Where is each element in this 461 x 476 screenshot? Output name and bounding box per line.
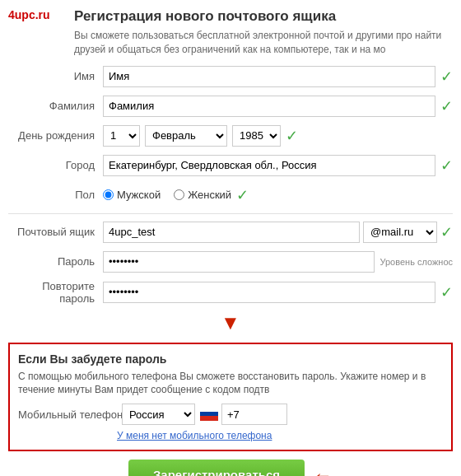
gender-female-radio[interactable] (174, 189, 184, 200)
city-label: Город (8, 159, 103, 171)
email-check-icon: ✓ (440, 223, 453, 241)
page-subtitle: Вы сможете пользоваться бесплатной элект… (74, 29, 453, 57)
password-input[interactable] (103, 251, 375, 273)
gender-row: Пол Мужской Женский ✓ (8, 184, 453, 207)
password-row: Пароль Уровень сложнос (8, 250, 453, 273)
name-row: Имя ✓ (8, 65, 453, 88)
name-input[interactable] (103, 66, 435, 87)
surname-row: Фамилия ✓ (8, 95, 453, 118)
password-control-area: Уровень сложнос (103, 251, 453, 273)
recovery-section: Если Вы забудете пароль С помощью мобиль… (8, 343, 453, 452)
surname-label: Фамилия (8, 100, 103, 112)
gender-female-label[interactable]: Женский (174, 189, 231, 201)
phone-row: Мобильный телефон Россия США Германия (18, 404, 443, 425)
password-label: Пароль (8, 255, 103, 268)
submit-button[interactable]: Зарегистрироваться (128, 460, 305, 476)
confirm-check-icon: ✓ (440, 283, 453, 301)
city-control-area: ✓ (103, 155, 453, 176)
city-input[interactable] (103, 155, 435, 176)
confirm-control-area: ✓ (103, 282, 453, 303)
svg-rect-2 (200, 416, 218, 421)
arrow-right-icon: ← (313, 464, 333, 476)
phone-prefix-input[interactable] (221, 404, 287, 425)
email-input[interactable] (103, 222, 360, 243)
dob-row: День рождения 12345 678910 1112131415 16… (8, 124, 453, 147)
dob-month-select[interactable]: ЯнварьФевральМартАпрель МайИюньИюльАвгус… (145, 125, 227, 147)
name-control-area: ✓ (103, 66, 453, 87)
gender-male-text: Мужской (117, 189, 161, 201)
name-label: Имя (8, 70, 103, 82)
no-phone-link[interactable]: У меня нет мобильного телефона (117, 430, 443, 441)
arrow-down: ▼ (0, 311, 461, 334)
dob-day-select[interactable]: 12345 678910 1112131415 1617181920 21222… (103, 125, 140, 147)
gender-label: Пол (8, 189, 103, 201)
gender-female-text: Женский (188, 189, 231, 201)
gender-radio-group: Мужской Женский (103, 189, 231, 201)
gender-male-label[interactable]: Мужской (103, 189, 161, 201)
phone-label: Мобильный телефон (18, 408, 117, 421)
confirm-input[interactable] (103, 282, 435, 303)
email-label: Почтовый ящик (8, 226, 103, 238)
phone-country-select[interactable]: Россия США Германия (122, 404, 195, 425)
gender-male-radio[interactable] (103, 189, 114, 200)
surname-control-area: ✓ (103, 96, 453, 117)
gender-check-icon: ✓ (236, 186, 249, 204)
page-title: Регистрация нового почтового ящика (74, 8, 453, 25)
header-content: Регистрация нового почтового ящика Вы см… (74, 8, 453, 57)
dob-check-icon: ✓ (286, 127, 298, 145)
recovery-title: Если Вы забудете пароль (18, 352, 443, 366)
dob-year-select[interactable]: 19851984198319861990 (232, 125, 281, 147)
email-control-area: @mail.ru@inbox.ru@list.ru@bk.ru ✓ (103, 222, 453, 243)
header-row: 4upc.ru Регистрация нового почтового ящи… (0, 8, 461, 65)
page-wrapper: 4upc.ru Регистрация нового почтового ящи… (0, 0, 461, 476)
logo-area: 4upc.ru (8, 8, 74, 21)
dob-control-area: 12345 678910 1112131415 1617181920 21222… (103, 125, 453, 147)
password-strength-label: Уровень сложнос (380, 257, 453, 267)
domain-select[interactable]: @mail.ru@inbox.ru@list.ru@bk.ru (363, 222, 437, 243)
logo-link[interactable]: 4upc.ru (8, 8, 50, 21)
section-divider-1 (8, 213, 453, 214)
surname-check-icon: ✓ (440, 97, 453, 115)
confirm-row: Повторите пароль ✓ (8, 280, 453, 305)
city-check-icon: ✓ (440, 156, 453, 175)
gender-control-area: Мужской Женский ✓ (103, 186, 453, 204)
form-area: Имя ✓ Фамилия ✓ День рождения 12345 6789… (0, 65, 461, 305)
email-row: Почтовый ящик @mail.ru@inbox.ru@list.ru@… (8, 221, 453, 244)
flag-phone-area (200, 404, 287, 425)
city-row: Город ✓ (8, 154, 453, 177)
name-check-icon: ✓ (440, 68, 453, 86)
dob-label: День рождения (8, 129, 103, 142)
recovery-text: С помощью мобильного телефона Вы сможете… (18, 370, 443, 398)
confirm-label: Повторите пароль (8, 280, 103, 305)
submit-row: Зарегистрироваться ← (0, 460, 461, 476)
surname-input[interactable] (103, 96, 435, 117)
russia-flag-icon (200, 408, 218, 421)
